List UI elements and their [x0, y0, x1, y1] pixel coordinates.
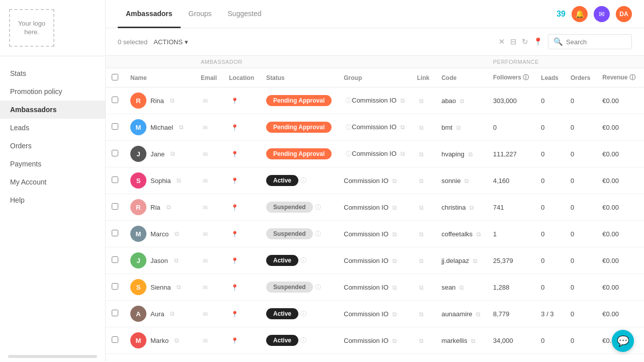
link-icon[interactable]: ⧉: [419, 284, 424, 291]
close-icon[interactable]: ✕: [499, 37, 505, 46]
email-icon[interactable]: ✉: [203, 311, 208, 318]
info-icon[interactable]: ⓘ: [315, 230, 321, 237]
select-all-checkbox[interactable]: [112, 74, 118, 80]
sidebar-item-orders[interactable]: Orders: [0, 137, 105, 155]
location-pin-icon[interactable]: 📍: [231, 311, 238, 318]
info-icon[interactable]: ⓘ: [300, 177, 306, 184]
chat-button[interactable]: 💬: [612, 330, 634, 352]
copy-group-icon[interactable]: ⧉: [392, 337, 397, 344]
copy-name-icon[interactable]: ⧉: [177, 284, 181, 291]
copy-code-icon[interactable]: ⧉: [476, 231, 481, 238]
copy-group-icon[interactable]: ⧉: [400, 124, 405, 131]
copy-name-icon[interactable]: ⧉: [171, 150, 175, 157]
location-pin-icon[interactable]: 📍: [231, 231, 238, 238]
email-icon[interactable]: ✉: [203, 337, 208, 344]
location-pin-icon[interactable]: 📍: [231, 151, 238, 158]
sidebar-item-help[interactable]: Help: [0, 191, 105, 209]
copy-name-icon[interactable]: ⧉: [175, 230, 179, 237]
location-icon[interactable]: 📍: [533, 37, 543, 46]
sidebar-item-ambassadors[interactable]: Ambassadors: [0, 101, 105, 119]
link-icon[interactable]: ⧉: [419, 204, 424, 211]
link-icon[interactable]: ⧉: [419, 98, 424, 105]
copy-name-icon[interactable]: ⧉: [170, 97, 175, 104]
link-icon[interactable]: ⧉: [419, 257, 424, 264]
row-checkbox[interactable]: [112, 176, 118, 183]
row-checkbox[interactable]: [112, 256, 118, 263]
info-icon[interactable]: ⓘ: [300, 257, 306, 264]
copy-group-icon[interactable]: ⧉: [392, 231, 397, 238]
bell-icon[interactable]: 🔔: [572, 6, 588, 22]
copy-code-icon[interactable]: ⧉: [459, 284, 464, 291]
mail-icon[interactable]: ✉: [594, 6, 610, 22]
copy-code-icon[interactable]: ⧉: [469, 204, 474, 211]
email-icon[interactable]: ✉: [203, 204, 208, 211]
email-icon[interactable]: ✉: [203, 177, 208, 185]
email-icon[interactable]: ✉: [203, 98, 208, 105]
copy-group-icon[interactable]: ⧉: [392, 311, 397, 318]
copy-group-icon[interactable]: ⧉: [392, 177, 397, 185]
email-icon[interactable]: ✉: [203, 151, 208, 158]
row-checkbox[interactable]: [112, 283, 118, 290]
sidebar-item-stats[interactable]: Stats: [0, 64, 105, 82]
copy-code-icon[interactable]: ⧉: [471, 337, 475, 344]
sidebar-item-leads[interactable]: Leads: [0, 119, 105, 137]
copy-group-icon[interactable]: ⧉: [392, 284, 397, 291]
info-icon[interactable]: ⓘ: [315, 204, 321, 211]
email-icon[interactable]: ✉: [203, 231, 208, 238]
refresh-icon[interactable]: ↻: [522, 37, 528, 46]
copy-name-icon[interactable]: ⧉: [175, 337, 179, 344]
location-pin-icon[interactable]: 📍: [231, 124, 238, 131]
copy-code-icon[interactable]: ⧉: [468, 151, 473, 158]
copy-group-icon[interactable]: ⧉: [392, 204, 397, 211]
link-icon[interactable]: ⧉: [419, 311, 424, 318]
location-pin-icon[interactable]: 📍: [231, 98, 238, 105]
row-checkbox[interactable]: [112, 310, 118, 316]
search-input[interactable]: [566, 38, 626, 46]
user-avatar[interactable]: DA: [616, 6, 632, 22]
actions-button[interactable]: ACTIONS ▾: [153, 38, 188, 46]
sidebar-item-promotion-policy[interactable]: Promotion policy: [0, 82, 105, 101]
copy-code-icon[interactable]: ⧉: [476, 311, 480, 318]
tab-ambassadors[interactable]: Ambassadors: [118, 1, 181, 28]
location-pin-icon[interactable]: 📍: [231, 337, 238, 344]
row-checkbox[interactable]: [112, 150, 118, 156]
row-checkbox[interactable]: [112, 123, 118, 130]
info-icon[interactable]: ⓘ: [346, 124, 352, 131]
sidebar-item-my-account[interactable]: My Account: [0, 173, 105, 191]
link-icon[interactable]: ⧉: [419, 337, 424, 344]
copy-code-icon[interactable]: ⧉: [473, 257, 477, 264]
copy-code-icon[interactable]: ⧉: [456, 124, 461, 131]
link-icon[interactable]: ⧉: [419, 151, 424, 158]
copy-code-icon[interactable]: ⧉: [460, 98, 464, 105]
location-pin-icon[interactable]: 📍: [231, 204, 238, 211]
copy-group-icon[interactable]: ⧉: [400, 150, 405, 157]
copy-name-icon[interactable]: ⧉: [170, 310, 175, 317]
copy-code-icon[interactable]: ⧉: [464, 177, 469, 185]
email-icon[interactable]: ✉: [203, 284, 208, 291]
info-icon[interactable]: ⓘ: [346, 150, 352, 157]
copy-name-icon[interactable]: ⧉: [167, 204, 171, 211]
location-pin-icon[interactable]: 📍: [231, 284, 238, 291]
link-icon[interactable]: ⧉: [419, 124, 424, 131]
location-pin-icon[interactable]: 📍: [231, 257, 238, 264]
row-checkbox[interactable]: [112, 97, 118, 103]
link-icon[interactable]: ⧉: [419, 177, 424, 185]
tab-suggested[interactable]: Suggested: [220, 1, 270, 28]
copy-name-icon[interactable]: ⧉: [179, 124, 184, 131]
email-icon[interactable]: ✉: [203, 124, 208, 131]
info-icon[interactable]: ⓘ: [300, 337, 306, 344]
copy-name-icon[interactable]: ⧉: [174, 257, 179, 264]
filter-icon[interactable]: ⊟: [510, 37, 517, 46]
info-icon[interactable]: ⓘ: [300, 310, 306, 317]
row-checkbox[interactable]: [112, 230, 118, 236]
info-icon[interactable]: ⓘ: [315, 284, 321, 291]
email-icon[interactable]: ✉: [203, 257, 208, 264]
location-pin-icon[interactable]: 📍: [231, 177, 238, 185]
info-icon[interactable]: ⓘ: [346, 97, 352, 104]
link-icon[interactable]: ⧉: [419, 231, 424, 238]
sidebar-item-payments[interactable]: Payments: [0, 155, 105, 173]
copy-group-icon[interactable]: ⧉: [392, 257, 397, 264]
row-checkbox[interactable]: [112, 336, 118, 343]
row-checkbox[interactable]: [112, 203, 118, 210]
tab-groups[interactable]: Groups: [181, 1, 220, 28]
